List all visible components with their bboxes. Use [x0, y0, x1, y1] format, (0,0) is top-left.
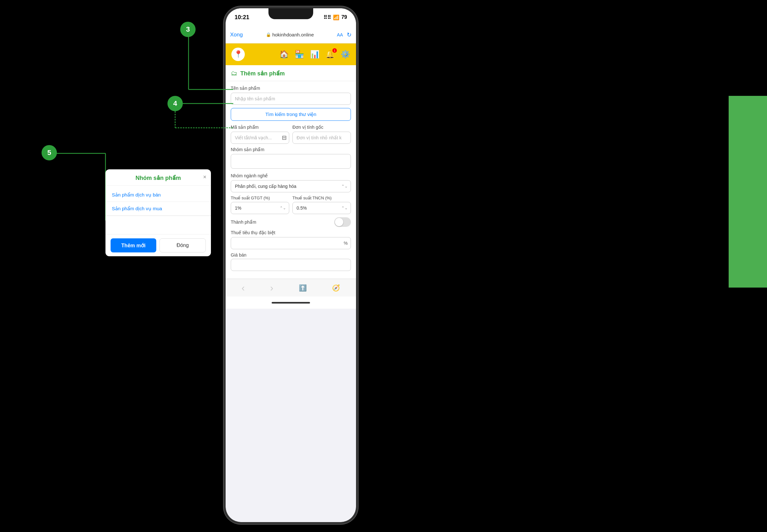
- toggle-knob: [335, 218, 343, 226]
- wifi-icon: 📶: [333, 14, 339, 20]
- browser-back-button[interactable]: Xong: [230, 32, 243, 38]
- gia-ban-input[interactable]: [231, 259, 351, 271]
- dialog-body: Sản phẩm dịch vụ bán Sản phẩm dịch vụ mu…: [105, 186, 211, 234]
- product-code-label: Mã sản phẩm: [231, 125, 289, 130]
- browser-bar: Xong 🔒 hokinhdoanh.online AA ↻: [226, 26, 356, 43]
- status-icons: ⠿⠿ 📶 79: [323, 14, 347, 20]
- settings-nav-icon[interactable]: ⚙️: [341, 50, 350, 59]
- browser-url-bar: 🔒 hokinhdoanh.online: [246, 32, 334, 37]
- home-indicator: [226, 297, 356, 309]
- signal-icon: ⠿⠿: [323, 14, 331, 20]
- nhom-san-pham-label: Nhóm sản phẩm: [231, 147, 351, 152]
- browser-bottom-nav: ‹ › ⬆️ 🧭: [226, 279, 356, 297]
- product-code-input[interactable]: [231, 132, 289, 144]
- thue-ttdb-wrapper: %: [231, 237, 351, 249]
- lock-icon: 🔒: [266, 32, 271, 37]
- app-header: 📍 🏠 🏪 📊 🔔 1 ⚙️: [226, 43, 356, 65]
- dialog-spacer: [105, 216, 211, 232]
- home-nav-icon[interactable]: 🏠: [279, 50, 289, 59]
- store-nav-icon[interactable]: 🏪: [295, 50, 304, 59]
- product-name-input[interactable]: [231, 93, 351, 105]
- dialog-overlay: Nhóm sản phẩm × Sản phẩm dịch vụ bán Sản…: [105, 169, 211, 256]
- form-section-icon: 🗂: [231, 70, 237, 77]
- notification-bell[interactable]: 🔔 1: [325, 50, 335, 59]
- logo-icon: 📍: [234, 50, 243, 58]
- dialog-item-0[interactable]: Sản phẩm dịch vụ bán: [105, 188, 211, 202]
- unit-col: Đơn vị tính gốc: [292, 125, 351, 144]
- nhom-nganh-nghe-select[interactable]: Phân phối, cung cấp hàng hóa: [231, 180, 351, 192]
- dialog-close-btn[interactable]: Đóng: [159, 238, 206, 252]
- thanh-pham-row: Thành phẩm: [231, 217, 351, 227]
- gia-ban-label: Giá bán: [231, 252, 351, 258]
- text-size-button[interactable]: AA: [337, 32, 343, 37]
- browser-actions: AA ↻: [337, 31, 352, 38]
- nhom-nganh-nghe-wrapper: Phân phối, cung cấp hàng hóa ⌃⌄: [231, 180, 351, 192]
- refresh-button[interactable]: ↻: [347, 31, 352, 38]
- dialog-header: Nhóm sản phẩm ×: [105, 169, 211, 186]
- thue-gtgt-col: Thuế suất GTGT (%) 1% ⌃⌄: [231, 196, 289, 214]
- nav-back-button[interactable]: ‹: [240, 281, 247, 295]
- green-accent: [729, 96, 767, 288]
- unit-input[interactable]: [292, 132, 351, 144]
- search-library-button[interactable]: Tìm kiếm trong thư viện: [231, 108, 351, 121]
- dialog-close-button[interactable]: ×: [203, 174, 206, 181]
- form-section-title: Thêm sản phẩm: [240, 70, 285, 77]
- nhom-nganh-nghe-label: Nhóm ngành nghề: [231, 173, 351, 178]
- annotation-3: 3: [180, 22, 196, 37]
- thue-tncn-label: Thuế suất TNCN (%): [292, 196, 351, 200]
- thue-tncn-select[interactable]: 0.5%: [292, 202, 351, 214]
- product-name-label: Tên sản phẩm: [231, 86, 351, 91]
- app-logo[interactable]: 📍: [231, 48, 245, 61]
- annotation-5: 5: [42, 145, 57, 160]
- form-body: Tên sản phẩm Tìm kiếm trong thư viện Mã …: [226, 81, 356, 279]
- phone-shell: 10:21 ⠿⠿ 📶 79 Xong 🔒 hokinhdoanh.online …: [224, 6, 358, 524]
- annotation-4: 4: [167, 96, 183, 111]
- home-bar: [272, 302, 310, 304]
- thue-tncn-col: Thuế suất TNCN (%) 0.5% ⌃⌄: [292, 196, 351, 214]
- thanh-pham-toggle[interactable]: [334, 217, 351, 227]
- notification-badge: 1: [332, 48, 337, 53]
- barcode-icon: ⊟: [282, 134, 287, 141]
- product-code-col: Mã sản phẩm ⊟: [231, 125, 289, 144]
- thue-ttdb-label: Thuế tiêu thụ đặc biệt: [231, 230, 351, 235]
- thue-tncn-wrapper: 0.5% ⌃⌄: [292, 202, 351, 214]
- nhom-san-pham-input[interactable]: [231, 154, 351, 169]
- unit-label: Đơn vị tính gốc: [292, 125, 351, 130]
- connector-lines: [0, 0, 767, 532]
- battery-icon: 79: [341, 14, 347, 20]
- browser-url: hokinhdoanh.online: [272, 32, 314, 37]
- dialog-item-1[interactable]: Sản phẩm dịch vụ mua: [105, 202, 211, 216]
- nav-forward-button[interactable]: ›: [268, 281, 275, 295]
- dialog-add-button[interactable]: Thêm mới: [111, 238, 156, 252]
- thue-gtgt-wrapper: 1% ⌃⌄: [231, 202, 289, 214]
- status-time: 10:21: [235, 14, 249, 21]
- product-code-unit-row: Mã sản phẩm ⊟ Đơn vị tính gốc: [231, 125, 351, 144]
- chart-nav-icon[interactable]: 📊: [310, 50, 320, 59]
- product-code-wrapper: ⊟: [231, 132, 289, 144]
- phone-screen: 10:21 ⠿⠿ 📶 79 Xong 🔒 hokinhdoanh.online …: [226, 8, 356, 522]
- phone-notch: [268, 8, 313, 19]
- form-section-header: 🗂 Thêm sản phẩm: [226, 65, 356, 81]
- thanh-pham-label: Thành phẩm: [231, 220, 256, 225]
- thue-gtgt-label: Thuế suất GTGT (%): [231, 196, 289, 200]
- nav-share-button[interactable]: ⬆️: [297, 282, 309, 294]
- tax-row: Thuế suất GTGT (%) 1% ⌃⌄ Thuế suất TNCN …: [231, 196, 351, 214]
- dialog-title: Nhóm sản phẩm: [136, 174, 181, 181]
- nav-compass-button[interactable]: 🧭: [330, 282, 342, 294]
- percent-symbol: %: [344, 241, 348, 246]
- thue-gtgt-select[interactable]: 1%: [231, 202, 289, 214]
- thue-ttdb-input[interactable]: [231, 237, 351, 249]
- app-nav-icons: 🏠 🏪 📊 🔔 1 ⚙️: [249, 50, 350, 59]
- dialog-footer: Thêm mới Đóng: [105, 234, 211, 256]
- app-content[interactable]: 🗂 Thêm sản phẩm Tên sản phẩm Tìm kiếm tr…: [226, 65, 356, 279]
